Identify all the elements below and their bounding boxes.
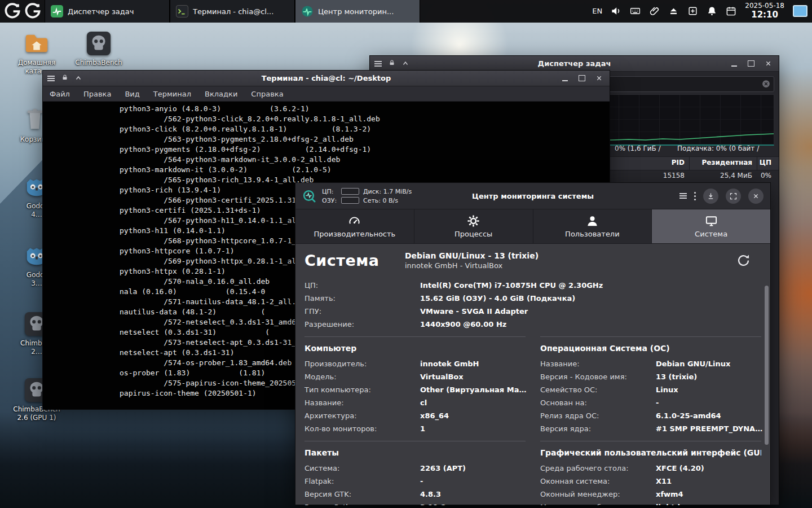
system-heading: Система (304, 252, 405, 269)
monitoring-header[interactable]: ЦП: Диск: 1.7 MiB/s ОЗУ: Сеть: 0 B/s Цен… (295, 183, 770, 209)
more-options-icon[interactable] (694, 192, 696, 200)
tab-processes[interactable]: Процессы (414, 209, 533, 243)
info-row: Версия GTK:4.8.3 (304, 488, 526, 501)
taskbar-item-taskmanager[interactable]: Диспетчер задач (45, 0, 170, 23)
desktop-icon-home[interactable]: Домашняя ката… (10, 30, 64, 76)
terminal-icon (176, 5, 188, 17)
scrollbar[interactable] (764, 247, 769, 502)
monitoring-center-window: ЦП: Диск: 1.7 MiB/s ОЗУ: Сеть: 0 B/s Цен… (295, 182, 771, 505)
section-heading: Компьютер (304, 336, 526, 357)
keyboard-icon[interactable] (630, 6, 641, 16)
cell-pid: 15158 (635, 172, 685, 179)
column-divider (689, 157, 690, 170)
info-row: Название:Debian GNU/Linux (540, 357, 761, 370)
menu-terminal[interactable]: Терминал (153, 90, 191, 98)
workspace-switcher[interactable] (793, 5, 807, 17)
column-resident[interactable]: Резидентная (691, 159, 752, 167)
cell-cpu: 0% (749, 172, 771, 179)
keep-above-icon[interactable] (402, 59, 409, 68)
tab-users[interactable]: Пользователи (533, 209, 652, 243)
desktop-icon-label: ChimbaBench (75, 59, 122, 67)
menu-tabs[interactable]: Вкладки (205, 90, 237, 98)
gear-icon (467, 214, 480, 227)
info-row: Flatpak:- (304, 475, 526, 488)
notifications-bell-icon[interactable] (707, 6, 717, 16)
maximize-button[interactable] (576, 73, 588, 84)
eject-icon[interactable] (668, 6, 679, 16)
close-button[interactable] (748, 189, 764, 204)
taskmanager-titlebar[interactable]: Диспетчер задач (370, 56, 779, 72)
close-button[interactable] (762, 58, 774, 69)
taskbar-item-monitoring-center[interactable]: Центр мониторин... (295, 0, 420, 23)
clear-search-icon[interactable] (761, 79, 771, 89)
calendar-icon[interactable] (726, 6, 736, 16)
keyboard-layout-indicator[interactable]: EN (592, 7, 602, 15)
taskbar-item-label: Терминал - chia@cl... (193, 7, 273, 16)
column-cpu[interactable]: ЦП (749, 159, 771, 167)
monitor-app-icon (302, 189, 316, 203)
tab-label: Процессы (454, 230, 492, 238)
desktop-icon-chimbabench[interactable]: ChimbaBench (72, 30, 126, 67)
distro-name: Debian GNU/Linux - 13 (trixie) (405, 251, 539, 260)
minimize-button[interactable] (559, 73, 571, 84)
tab-system[interactable]: Система (652, 209, 770, 243)
terminal-titlebar[interactable]: Терминал - chia@cl: ~/Desktop (43, 71, 610, 86)
terminal-line: python3-pygments (2.18.0+dfsg-2) (2.14.0… (120, 144, 380, 155)
info-row: Система:2263 (APT) (304, 462, 526, 475)
terminal-menubar: Файл Правка Вид Терминал Вкладки Справка (43, 86, 610, 102)
minimize-button[interactable] (728, 58, 740, 69)
clipboard-paperclip-icon[interactable] (649, 6, 660, 16)
window-menu-icon[interactable] (374, 61, 382, 67)
info-row: ЦП:Intel(R) Core(TM) i7-10875H CPU @ 2.3… (304, 279, 761, 292)
lock-icon[interactable] (61, 74, 68, 82)
taskbar-item-terminal[interactable]: Терминал - chia@cl... (170, 0, 295, 23)
maximize-button[interactable] (745, 58, 757, 69)
menu-help[interactable]: Справка (251, 90, 283, 98)
section-packages: Пакеты Система:2263 (APT) Flatpak:- Верс… (304, 441, 526, 505)
info-row: ГПУ:VMware - SVGA II Adapter (304, 305, 761, 318)
menu-view[interactable]: Вид (125, 90, 139, 98)
cell-resident: 25,4 МиБ (691, 172, 752, 179)
monitor-icon (705, 214, 718, 227)
keep-above-icon[interactable] (75, 74, 82, 82)
info-row: Архитектура:x86_64 (304, 409, 526, 422)
fullscreen-button[interactable] (726, 189, 741, 204)
disk-stat: Диск: 1.7 MiB/s (363, 188, 412, 195)
menu-file[interactable]: Файл (50, 90, 70, 98)
info-row: Кол-во мониторов:1 (304, 422, 526, 435)
info-row: Модель:VirtualBox (304, 370, 526, 383)
lock-icon[interactable] (389, 59, 395, 68)
refresh-button[interactable] (736, 253, 751, 268)
close-button[interactable] (593, 73, 605, 84)
top-panel: Диспетчер задач Терминал - chia@cl... Це… (0, 0, 812, 23)
terminal-line: python3-markdown-it (3.0.0-2) (2.1.0-5) (120, 165, 380, 175)
volume-icon[interactable] (611, 6, 621, 16)
info-row: Семейство ОС:Linux (540, 383, 761, 396)
info-row: Версия ядра:#1 SMP PREEMPT_DYNA… (540, 422, 761, 435)
window-menu-icon[interactable] (47, 76, 55, 81)
taskmanager-icon (51, 5, 63, 17)
main-menu-icon[interactable] (679, 193, 687, 199)
applications-menu-icon[interactable] (4, 3, 21, 20)
clock[interactable]: 2025-05-18 12:10 (745, 2, 784, 20)
clock-time: 12:10 (745, 10, 784, 20)
section-heading: Операционная Система (ОС) (540, 336, 761, 357)
software-updates-icon[interactable] (687, 6, 698, 16)
info-row: Среда рабочего стола:XFCE (4.20) (540, 462, 761, 475)
minimize-button[interactable] (703, 189, 718, 204)
menu-edit[interactable]: Правка (83, 90, 111, 98)
info-row: Версия Python:3.11.2 (304, 501, 526, 505)
tab-performance[interactable]: Производительность (295, 209, 414, 243)
scrollbar-thumb[interactable] (765, 286, 769, 445)
memory-usage-text: 0% (1,6 ГиБ / (615, 144, 661, 152)
swap-usage-text: Подкачка: 0% (0 байт / (677, 144, 759, 152)
info-row: Тип компьютера:Other (Виртуальная Ма… (304, 383, 526, 396)
secondary-menu-icon[interactable] (24, 3, 41, 20)
column-pid[interactable]: PID (635, 159, 685, 167)
section-computer: Компьютер Производитель:innotek GmbH Мод… (304, 336, 526, 435)
net-stat: Сеть: 0 B/s (363, 197, 398, 204)
info-row: Память:15.62 GiB (ОЗУ) - 4.0 GiB (Подкач… (304, 292, 761, 305)
info-row: Название:cl (304, 396, 526, 409)
section-heading: Пакеты (304, 441, 526, 462)
section-gui: Графический пользовательский интерфейс (… (540, 441, 761, 505)
